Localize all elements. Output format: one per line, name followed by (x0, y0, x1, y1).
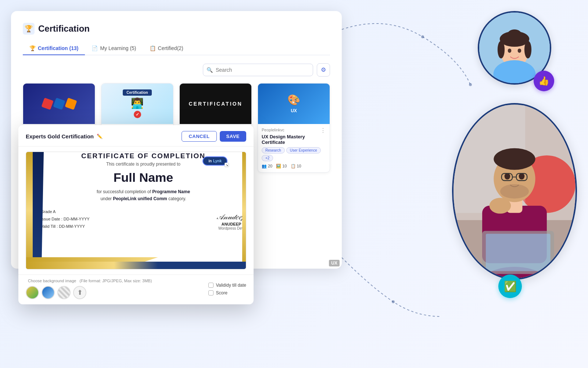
tag-research: Research (262, 147, 285, 153)
card-4-menu[interactable]: ⋮ (320, 127, 326, 134)
clipboard-badge: ✅ (498, 275, 522, 298)
card-4-body: Peoplelinkvc ⋮ UX Design Mastery Certifi… (258, 124, 330, 172)
stat-docs-icon: 📋 (291, 164, 296, 169)
cert-signatory-name: ANUDEEP (217, 222, 246, 226)
card-2-image: Certification 👨‍💻 ✓ (101, 84, 173, 124)
cert-issue-date: Issue Date : DD-MM-YYYY (41, 216, 90, 223)
save-button[interactable]: SAVE (220, 131, 246, 142)
svg-point-1 (469, 83, 472, 86)
page-title-row: 🏆 Certification (23, 23, 330, 35)
stat-users-icon: 👥 (262, 164, 267, 169)
cert-signatory-role: Wordpress Devl (217, 226, 246, 230)
cert-page-icon: 🏆 (23, 23, 35, 35)
tab-mylearning[interactable]: 📄 My Learning (5) (85, 42, 143, 55)
thumbs-up-badge: 👍 (534, 71, 554, 91)
card-4-provider-row: Peoplelinkvc ⋮ (262, 127, 326, 134)
svg-point-11 (508, 29, 521, 39)
bg-thumb-3[interactable] (57, 286, 71, 299)
tab-certified-icon: 📋 (150, 45, 156, 51)
person-male-svg (453, 105, 576, 278)
checkboxes-section: Valididy till date Score (208, 283, 247, 296)
page-title: Certification (38, 24, 90, 34)
card-4-provider: Peoplelinkvc (262, 128, 284, 132)
card-4-image: 🎨 UX (258, 84, 330, 124)
bg-thumb-1[interactable] (26, 286, 39, 299)
checkbox-score-label: Score (216, 290, 227, 296)
cert-gold-bar-left (26, 152, 33, 269)
search-input[interactable] (203, 64, 313, 76)
card-1-image: UX (23, 84, 95, 124)
card-4-stats: 👥 20 🖼️ 10 📋 10 (262, 164, 326, 169)
geo-shape-red (41, 98, 53, 110)
cert-grade: Grade A (41, 208, 90, 216)
person-oval-bottom (452, 103, 577, 280)
cert-bottom-decoration (26, 254, 246, 269)
stat-docs: 📋 10 (291, 164, 301, 169)
inlynk-badge: inLynk (202, 156, 227, 166)
cert-gold-bar-right (242, 152, 246, 269)
search-row: 🔍 ⚙ (23, 63, 330, 77)
cert-body-text: for successful completion of Programme N… (41, 188, 246, 202)
cert-fullname: Full Name (41, 170, 246, 185)
edit-icon[interactable]: ✏️ (97, 134, 103, 139)
logo-badge-area: inLynk ↘ (202, 156, 227, 166)
tab-learning-icon: 📄 (92, 45, 98, 51)
clipboard-icon: ✅ (504, 280, 517, 293)
stat-users: 👥 20 (262, 164, 272, 169)
checkbox-validity: Valididy till date (208, 283, 247, 288)
modal-actions: CANCEL SAVE (182, 131, 246, 142)
cert-navy-bar-left (33, 152, 44, 269)
tag-more: +2 (262, 155, 273, 161)
modal-title-row: Experts Gold Certification ✏️ (26, 133, 103, 139)
thumbsup-icon: 👍 (538, 76, 549, 86)
search-icon: 🔍 (207, 67, 213, 73)
tab-certified[interactable]: 📋 Certified(2) (143, 42, 190, 55)
tabs-row: 🏆 Certification (13) 📄 My Learning (5) 📋… (23, 42, 330, 55)
svg-point-2 (392, 300, 395, 303)
svg-point-27 (519, 173, 525, 180)
geo-shape-orange (65, 98, 77, 110)
svg-point-0 (421, 35, 424, 38)
card-4-tags: Research User Experience +2 (262, 147, 326, 161)
stat-images-icon: 🖼️ (276, 164, 281, 169)
cert-grade-section: Grade A Issue Date : DD-MM-YYYY Valid Ti… (41, 208, 90, 230)
modal-title: Experts Gold Certification (26, 133, 94, 139)
svg-point-10 (524, 41, 531, 59)
resize-handle[interactable]: ↘ (225, 163, 229, 167)
checkbox-validity-label: Valididy till date (216, 283, 247, 288)
search-wrap: 🔍 (203, 64, 313, 76)
svg-point-31 (490, 198, 511, 214)
cert-footer: Grade A Issue Date : DD-MM-YYYY Valid Ti… (26, 208, 246, 230)
bg-section: Choose background image (File format: JP… (26, 279, 152, 299)
page-wrapper: 🏆 Certification 🏆 Certification (13) 📄 M… (0, 0, 588, 368)
card-3-img-text: CERTIFICATION (186, 101, 245, 107)
cert-card-4[interactable]: 🎨 UX Peoplelinkvc ⋮ UX Design Mastery Ce… (258, 83, 330, 173)
filter-button[interactable]: ⚙ (317, 63, 330, 77)
cert-sig-section: 𝒜𝓃𝓊𝒹𝑒𝑒𝓅 ANUDEEP Wordpress Devl (217, 213, 246, 230)
checkbox-score: Score (208, 290, 247, 296)
bg-thumbs: ⬆ (26, 286, 152, 299)
svg-point-13 (518, 49, 521, 53)
bg-thumb-upload[interactable]: ⬆ (73, 286, 86, 299)
checkbox-score-box[interactable] (208, 290, 214, 296)
svg-point-24 (494, 148, 535, 170)
cert-valid-till: Valid Till : DD-MM-YYYY (41, 223, 90, 230)
checkbox-validity-box[interactable] (208, 283, 214, 288)
card-3-image: CERTIFICATION (180, 84, 251, 124)
tab-certification[interactable]: 🏆 Certification (13) (23, 42, 85, 55)
modal-header: Experts Gold Certification ✏️ CANCEL SAV… (18, 125, 254, 146)
svg-point-9 (498, 41, 505, 59)
cert-signature: 𝒜𝓃𝓊𝒹𝑒𝑒𝓅 (217, 213, 246, 221)
bg-thumb-2[interactable] (42, 286, 55, 299)
card-4-title: UX Design Mastery Certificate (262, 134, 326, 145)
stat-images: 🖼️ 10 (276, 164, 287, 169)
filter-icon: ⚙ (321, 66, 326, 73)
geo-shape-blue (53, 98, 65, 110)
bg-label: Choose background image (File format: JP… (26, 279, 152, 283)
cancel-button[interactable]: CANCEL (182, 131, 216, 142)
tab-cert-icon: 🏆 (29, 45, 36, 51)
cert-preview: inLynk ↘ CERTIFICATE OF COMPLETION This … (26, 152, 246, 269)
svg-point-12 (508, 49, 512, 53)
tag-ux: User Experience (286, 147, 321, 153)
modal-bottom: Choose background image (File format: JP… (18, 275, 254, 304)
